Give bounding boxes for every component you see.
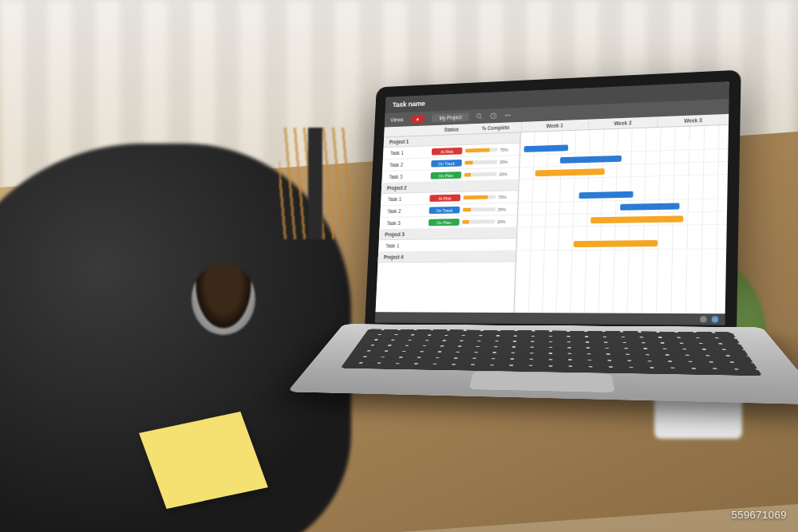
progress-percent: 20% — [499, 171, 512, 176]
progress-cell: 75% — [465, 147, 516, 153]
progress-percent: 20% — [497, 219, 511, 224]
svg-line-1 — [480, 117, 482, 119]
status-badge[interactable]: On Plan — [430, 171, 461, 179]
progress-percent: 75% — [500, 147, 513, 152]
laptop: Task name Views ● My Project Status — [365, 70, 741, 337]
record-badge[interactable]: ● — [410, 115, 425, 124]
gantt-bar[interactable] — [524, 144, 569, 152]
status-badge[interactable]: On Track — [429, 207, 460, 214]
app-title: Task name — [393, 100, 425, 108]
progress-cell: 25% — [464, 159, 516, 165]
task-name-cell[interactable]: Task 2 — [385, 161, 429, 167]
svg-point-5 — [509, 114, 511, 116]
svg-point-3 — [505, 114, 507, 116]
status-badge[interactable]: On Track — [431, 160, 462, 167]
body-area: Project 1Task 1At Risk75%Task 2On Track2… — [375, 125, 729, 313]
progress-percent: 25% — [498, 207, 512, 211]
search-icon[interactable] — [476, 112, 484, 120]
col-header-task[interactable] — [384, 125, 433, 136]
status-badge[interactable]: On Plan — [429, 219, 460, 226]
progress-cell: 75% — [463, 195, 515, 200]
task-row[interactable]: Task 1 — [378, 238, 516, 252]
footer-add-icon[interactable] — [712, 316, 719, 322]
gantt-chart-pane[interactable] — [514, 125, 729, 313]
svg-point-4 — [507, 114, 508, 116]
progress-cell: 20% — [464, 171, 516, 177]
footer-indicator-icon[interactable] — [700, 316, 706, 322]
task-name-cell[interactable]: Task 1 — [384, 196, 427, 203]
gantt-row[interactable] — [516, 236, 726, 251]
gantt-bar[interactable] — [535, 168, 605, 176]
gantt-bar[interactable] — [574, 240, 658, 247]
project-group-header[interactable]: Project 4 — [377, 251, 516, 263]
progress-cell: 25% — [463, 207, 515, 212]
laptop-keyboard — [341, 329, 763, 376]
progress-cell — [461, 244, 513, 245]
progress-percent: 25% — [500, 159, 513, 164]
col-header-complete[interactable]: % Complete — [470, 122, 521, 134]
laptop-trackpad — [469, 372, 615, 393]
gantt-bar[interactable] — [620, 203, 679, 210]
gantt-bar[interactable] — [579, 191, 634, 199]
pencil-cup — [279, 128, 351, 239]
coffee-cup — [192, 263, 255, 335]
col-header-status[interactable]: Status — [433, 124, 471, 135]
more-icon[interactable] — [504, 112, 512, 120]
app-screen: Task name Views ● My Project Status — [375, 81, 729, 325]
status-badge[interactable]: At Risk — [429, 195, 460, 202]
stock-watermark: 559671069 — [731, 509, 787, 521]
laptop-base — [287, 324, 798, 404]
task-name-cell[interactable]: Task 3 — [385, 173, 428, 179]
task-name-cell[interactable]: Task 1 — [386, 149, 429, 156]
views-label[interactable]: Views — [390, 117, 404, 123]
progress-cell: 20% — [462, 219, 514, 224]
gantt-bar[interactable] — [591, 215, 683, 223]
svg-point-0 — [477, 113, 481, 117]
clock-icon[interactable] — [490, 112, 497, 120]
project-tab[interactable]: My Project — [432, 112, 469, 122]
task-name-cell[interactable]: Task 3 — [382, 220, 425, 226]
task-name-cell[interactable]: Task 2 — [383, 208, 426, 215]
progress-percent: 75% — [498, 195, 512, 199]
app-footer — [375, 312, 725, 325]
laptop-bezel: Task name Views ● My Project Status — [365, 70, 741, 337]
gantt-bar[interactable] — [559, 156, 621, 164]
task-name-cell[interactable]: Task 1 — [381, 242, 425, 248]
status-badge[interactable]: At Risk — [432, 148, 463, 156]
task-list-pane[interactable]: Project 1Task 1At Risk75%Task 2On Track2… — [375, 132, 520, 313]
